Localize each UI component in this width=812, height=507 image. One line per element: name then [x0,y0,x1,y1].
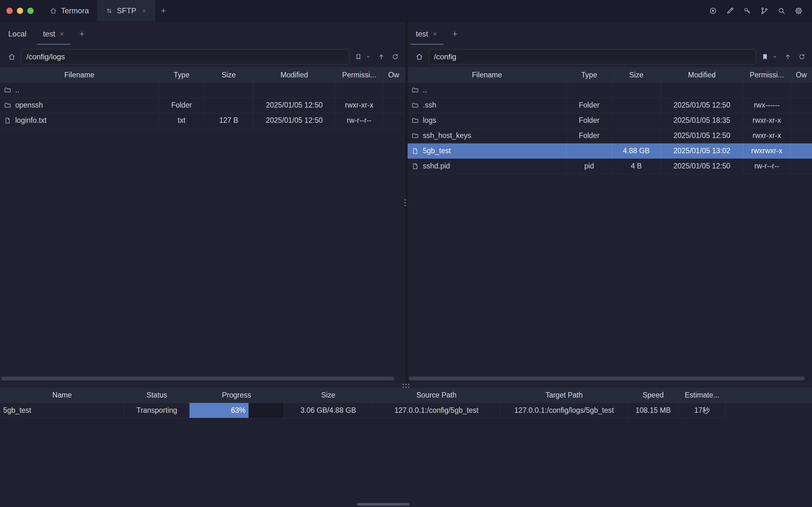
transfer-panel-splitter[interactable] [0,384,812,388]
column-header-permissions[interactable]: Permissi... [335,68,383,82]
left-pane-tabs: Local test [0,21,405,46]
modified-cell: 2025/01/05 12:50 [661,128,743,143]
column-header-permissions[interactable]: Permissi... [743,68,791,82]
size-cell [205,82,253,97]
tab-sftp-label: SFTP [117,6,136,15]
column-header-progress[interactable]: Progress [190,388,284,403]
left-tab-test-label: test [43,30,55,38]
record-icon[interactable] [708,6,717,15]
column-header-name[interactable]: Name [0,388,124,403]
row-filler [726,403,812,418]
left-tab-test[interactable]: test [35,21,73,46]
home-icon [50,7,57,15]
table-row[interactable]: .. [0,82,405,98]
close-window-button[interactable] [6,8,13,14]
left-file-pane: Local test [0,21,405,384]
right-up-directory-button[interactable] [783,52,793,62]
transfer-row[interactable]: 5gb_test Transporting 63% 3.06 GB/4.88 G… [0,403,812,418]
tab-termora[interactable]: Termora [41,0,97,21]
column-header-source-path[interactable]: Source Path [373,388,500,403]
left-home-icon[interactable] [6,51,17,62]
left-refresh-button[interactable] [390,52,400,62]
column-header-size[interactable]: Size [205,68,253,82]
transfer-panel: Name Status Progress Size Source Path Ta… [0,388,812,507]
column-header-size[interactable]: Size [284,388,373,403]
right-bookmark-group [760,52,779,62]
filename-text: .ssh [423,101,436,109]
termora-window: Termora SFTP Local [0,0,812,507]
column-header-owner[interactable]: Ow [791,68,812,82]
table-row-selected[interactable]: 5gb_test 4.88 GB 2025/01/05 13:02 rwxrwx… [408,144,812,159]
owner-cell [383,98,405,113]
right-horizontal-scrollbar[interactable] [409,377,809,381]
right-path-input[interactable] [429,49,756,64]
right-home-icon[interactable] [414,51,425,62]
left-bookmark-icon[interactable] [353,52,364,62]
right-bookmark-icon[interactable] [760,52,770,62]
owner-cell [791,82,812,97]
folder-icon [412,86,419,94]
column-header-type[interactable]: Type [159,68,205,82]
branch-icon[interactable] [760,6,769,15]
modified-cell [253,82,335,97]
new-window-tab-button[interactable] [155,0,172,21]
column-header-target-path[interactable]: Target Path [500,388,628,403]
right-tab-close-icon[interactable] [432,31,438,37]
key-icon[interactable] [743,6,752,15]
file-icon [412,162,419,170]
size-cell: 4.88 GB [612,144,661,158]
right-bookmark-chevron-down-icon[interactable] [771,53,779,61]
transfer-horizontal-scrollbar-thumb[interactable] [357,503,410,506]
table-row[interactable]: logs Folder 2025/01/05 18:35 rwxr-xr-x [408,113,812,128]
right-new-tab-button[interactable] [446,21,464,46]
table-row[interactable]: loginfo.txt txt 127 B 2025/01/05 12:50 r… [0,113,405,128]
right-tab-test[interactable]: test [408,21,446,46]
right-refresh-button[interactable] [797,52,807,62]
minimize-window-button[interactable] [17,8,23,14]
table-row[interactable]: openssh Folder 2025/01/05 12:50 rwxr-xr-… [0,98,405,113]
column-header-size[interactable]: Size [612,68,661,82]
left-horizontal-scrollbar[interactable] [1,377,402,381]
modified-cell: 2025/01/05 12:50 [253,98,335,113]
left-table-header: Filename Type Size Modified Permissi... … [0,67,405,82]
size-cell [205,98,253,113]
tab-sftp[interactable]: SFTP [97,0,155,21]
edit-icon[interactable] [726,6,735,15]
scrollbar-thumb[interactable] [409,377,805,380]
column-header-modified[interactable]: Modified [661,68,743,82]
table-row[interactable]: ssh_host_keys Folder 2025/01/05 12:50 rw… [408,128,812,144]
left-new-tab-button[interactable] [73,21,91,46]
column-header-filename[interactable]: Filename [408,68,566,82]
column-header-owner[interactable]: Ow [383,68,405,82]
left-path-input[interactable] [21,49,349,64]
table-row[interactable]: .ssh Folder 2025/01/05 12:50 rwx------ [408,98,812,113]
size-cell [612,82,661,97]
left-tab-close-icon[interactable] [59,31,65,37]
settings-gear-icon[interactable] [794,6,803,15]
type-cell: pid [566,159,612,174]
column-header-type[interactable]: Type [566,68,612,82]
header-filler [726,388,812,403]
permissions-cell: rwxr-xr-x [335,98,383,113]
table-row[interactable]: .. [408,82,812,98]
modified-cell: 2025/01/05 12:50 [661,98,743,113]
right-pathbar [408,46,812,67]
table-row[interactable]: sshd.pid pid 4 B 2025/01/05 12:50 rw-r--… [408,159,812,174]
column-header-status[interactable]: Status [124,388,190,403]
search-icon[interactable] [777,6,786,15]
size-cell: 127 B [205,113,253,128]
column-header-estimate[interactable]: Estimate... [679,388,726,403]
column-header-filename[interactable]: Filename [0,68,159,82]
left-tab-local[interactable]: Local [0,21,35,46]
column-header-speed[interactable]: Speed [628,388,679,403]
pane-splitter[interactable] [405,21,408,384]
permissions-cell [335,82,383,97]
transfer-table-header: Name Status Progress Size Source Path Ta… [0,388,812,403]
left-up-directory-button[interactable] [376,52,386,62]
zoom-window-button[interactable] [27,8,34,14]
filename-text: .. [15,86,19,94]
scrollbar-thumb[interactable] [1,377,394,380]
column-header-modified[interactable]: Modified [253,68,335,82]
left-bookmark-chevron-down-icon[interactable] [364,53,372,61]
tab-sftp-close-icon[interactable] [141,8,147,14]
